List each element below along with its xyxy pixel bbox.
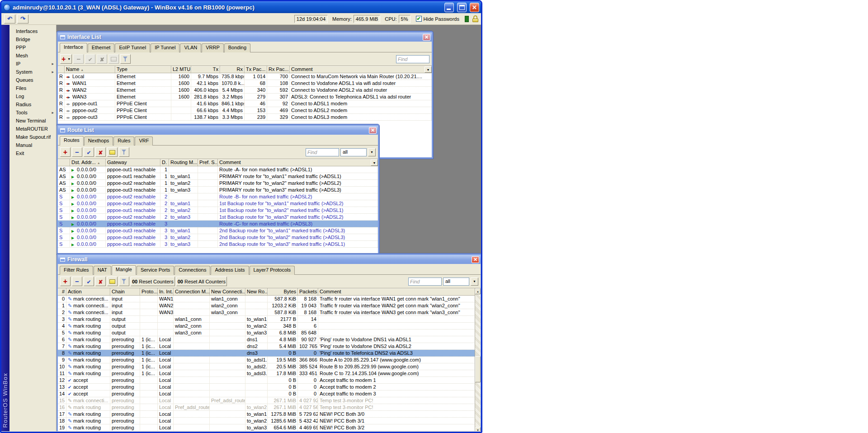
tab-ip-tunnel[interactable]: IP Tunnel <box>151 43 179 52</box>
sidebar-item-metarouter[interactable]: MetaROUTER <box>9 125 56 133</box>
tab-mangle[interactable]: Mangle <box>112 265 136 275</box>
table-row[interactable]: Rpppoe-out1PPPoE Client41.6 kbps846.1 kb… <box>58 100 432 107</box>
column-header-new-connecti[interactable]: New Connecti... <box>210 288 245 296</box>
tab-bonding[interactable]: Bonding <box>224 43 250 52</box>
interface-list-titlebar[interactable]: Interface List ✕ <box>58 33 432 42</box>
column-header-tx-pac[interactable]: Tx Pac... <box>245 66 267 73</box>
filter-button[interactable] <box>119 277 129 286</box>
sidebar-item-system[interactable]: System▸ <box>9 68 56 76</box>
column-header-gateway[interactable]: Gateway <box>106 159 160 166</box>
redo-button[interactable]: ↷ <box>17 14 28 24</box>
tab-routes[interactable]: Routes <box>60 136 84 146</box>
reset-all-counters-button[interactable]: 00Reset All Counters <box>176 277 227 286</box>
maximize-button[interactable] <box>457 3 467 12</box>
tab-interface[interactable]: Interface <box>60 43 87 52</box>
scroll-down-icon[interactable]: ▼ <box>475 427 481 431</box>
column-header-rx[interactable]: Rx <box>220 66 245 73</box>
table-row[interactable]: 2mark connecti...inputWAN3wlan3_conn587.… <box>58 309 481 316</box>
table-row[interactable]: 8mark routingprerouting1 (ic...Localdns3… <box>58 350 481 357</box>
table-row[interactable]: S0.0.0.0/0pppoe-out2 reachable2to_wlan11… <box>58 200 378 207</box>
table-row[interactable]: 11mark routingprerouting1 (ic...Localto_… <box>58 370 481 377</box>
tab-nat[interactable]: NAT <box>94 266 111 275</box>
table-row[interactable]: 12acceptpreroutingLocal0 B0Accept traffi… <box>58 377 481 384</box>
filter-button[interactable] <box>119 147 129 157</box>
tab-address-lists[interactable]: Address Lists <box>211 266 249 275</box>
sidebar-item-manual[interactable]: Manual <box>9 141 56 149</box>
close-icon[interactable]: ✕ <box>369 127 377 134</box>
table-row[interactable]: Rpppoe-out2PPPoE Client66.6 kbps4.4 Mbps… <box>58 107 432 114</box>
minimize-button[interactable] <box>444 3 454 12</box>
disable-button[interactable] <box>95 277 106 286</box>
sidebar-item-bridge[interactable]: Bridge <box>9 35 56 43</box>
table-row[interactable]: AS0.0.0.0/0pppoe-out1 reachable1to_wlan1… <box>58 173 378 180</box>
table-row[interactable]: 14acceptpreroutingLocal0 B0Accept traffi… <box>58 391 481 397</box>
enable-button[interactable] <box>84 147 94 157</box>
table-row[interactable]: RWAN2Ethernet1600406.0 kbps5.4 Mbps34059… <box>58 87 432 94</box>
close-icon[interactable]: ✕ <box>423 34 430 41</box>
tab-service-ports[interactable]: Service Ports <box>137 266 174 275</box>
column-header-rx-pac[interactable]: Rx Pac... <box>267 66 290 73</box>
add-button[interactable] <box>60 147 71 157</box>
column-header-dst-addr[interactable]: Dst. Addr...▲ <box>70 159 106 166</box>
sidebar-item-tools[interactable]: Tools▸ <box>9 108 56 117</box>
table-row[interactable]: RWAN3Ethernet1600281.8 kbps3.2 Mbps27930… <box>58 94 432 100</box>
hide-passwords-checkbox[interactable]: ✔ <box>416 16 422 22</box>
sidebar-item-make-supout-rif[interactable]: Make Supout.rif <box>9 133 56 141</box>
tab-rules[interactable]: Rules <box>113 136 134 146</box>
table-row[interactable]: 7mark routingprerouting1 (ic...Localdns2… <box>58 343 481 350</box>
scroll-up-icon[interactable]: ▲ <box>475 288 481 294</box>
column-chooser-icon[interactable]: ▼ <box>425 66 432 73</box>
tab-filter-rules[interactable]: Filter Rules <box>60 266 93 275</box>
table-row[interactable]: 6mark routingprerouting1 (ic...Localdns1… <box>58 336 481 343</box>
filter-scope-select[interactable]: all <box>340 148 367 156</box>
enable-button[interactable] <box>85 54 95 64</box>
tab-nexthops[interactable]: Nexthops <box>84 136 113 146</box>
table-row[interactable]: S0.0.0.0/0pppoe-out3 reachable3Route -C-… <box>58 221 378 227</box>
table-row[interactable]: 4mark routingoutputwlan2_connto_wlan2348… <box>58 323 481 329</box>
undo-button[interactable]: ↶ <box>4 14 15 24</box>
column-header-in-int[interactable]: In. Int... <box>158 288 174 296</box>
column-header-flags[interactable] <box>58 66 65 73</box>
column-header-chain[interactable]: Chain <box>110 288 140 296</box>
sidebar-item-new-terminal[interactable]: New Terminal <box>9 117 56 125</box>
column-header-type[interactable]: Type <box>115 66 171 73</box>
column-header-routing-m[interactable]: Routing M... <box>169 159 198 166</box>
table-row[interactable]: S0.0.0.0/0pppoe-out2 reachable2to_wlan31… <box>58 214 378 221</box>
column-header-comment[interactable]: Comment <box>318 288 481 296</box>
table-row[interactable]: 1mark connecti...inputWAN2wlan2_conn1203… <box>58 302 481 309</box>
remove-button[interactable] <box>72 277 82 286</box>
table-row[interactable]: 9mark routingprerouting1 (ic...Localto_a… <box>58 357 481 363</box>
table-row[interactable]: RWAN1Ethernet160042.1 kbps1070.8 k...681… <box>58 80 432 87</box>
column-header-l2-mtu[interactable]: L2 MTU <box>171 66 191 73</box>
sidebar-item-ppp[interactable]: PPP <box>9 43 56 52</box>
column-header-flags[interactable] <box>58 159 70 166</box>
add-button[interactable] <box>60 277 71 286</box>
tab-vrf[interactable]: VRF <box>135 136 153 146</box>
sidebar-item-ip[interactable]: IP▸ <box>9 60 56 68</box>
table-row[interactable]: Rpppoe-out3PPPoE Client138.7 kbps3.3 Mbp… <box>58 114 432 121</box>
table-row[interactable]: 5mark routingoutputwlan3_connto_wlan36.8… <box>58 329 481 336</box>
table-row[interactable]: 3mark routingoutputwlan1_connto_wlan1217… <box>58 316 481 323</box>
table-row[interactable]: AS0.0.0.0/0pppoe-out1 reachable1Route -A… <box>58 166 378 173</box>
column-header-new-ro[interactable]: New Ro... <box>245 288 268 296</box>
sidebar-item-exit[interactable]: Exit <box>9 149 56 157</box>
disable-button[interactable] <box>95 147 106 157</box>
table-row[interactable]: AS0.0.0.0/0pppoe-out2 reachable1to_wlan2… <box>58 180 378 187</box>
table-row[interactable]: 17mark routingpreroutingLocalto_wlan1127… <box>58 411 481 418</box>
column-header-pref-s[interactable]: Pref. S... <box>198 159 218 166</box>
column-chooser-icon[interactable]: ▼ <box>371 160 378 166</box>
column-header-name[interactable]: Name▲ <box>65 66 115 73</box>
chevron-down-icon[interactable]: ▼ <box>368 148 376 156</box>
table-row[interactable]: S0.0.0.0/0pppoe-out1 reachable2to_wlan21… <box>58 207 378 214</box>
tab-layer7-protocols[interactable]: Layer7 Protocols <box>250 266 295 275</box>
column-header-action[interactable]: Action <box>66 288 110 296</box>
table-row[interactable]: S0.0.0.0/0pppoe-out2 reachable2Route -B-… <box>58 193 378 200</box>
close-button[interactable]: ✕ <box>470 3 479 12</box>
sidebar-item-interfaces[interactable]: Interfaces <box>9 27 56 35</box>
column-header-proto[interactable]: Proto... <box>140 288 158 296</box>
table-row[interactable]: 18mark routingpreroutingLocalto_wlan2128… <box>58 418 481 424</box>
close-icon[interactable]: ✕ <box>472 256 479 263</box>
remove-button[interactable] <box>72 147 82 157</box>
table-row[interactable]: AS0.0.0.0/0pppoe-out3 reachable1to_wlan3… <box>58 187 378 193</box>
vertical-scrollbar[interactable]: ▲ ▼ <box>475 288 481 431</box>
